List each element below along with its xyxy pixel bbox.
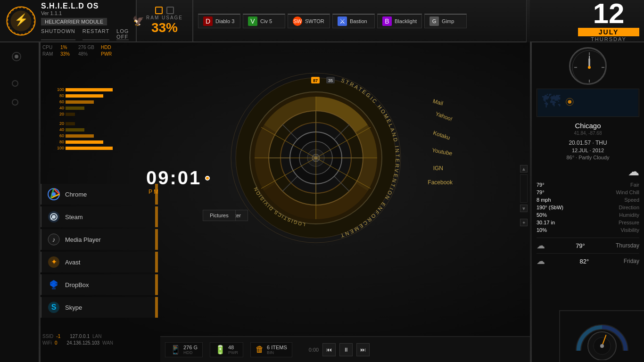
scroll-up-btn[interactable]: ▲ [520, 165, 528, 173]
skype-icon: S [47, 301, 60, 314]
svg-text:S: S [51, 303, 57, 311]
svg-text:35: 35 [328, 78, 333, 83]
chrome-name: Chrome [65, 191, 87, 198]
link-facebook[interactable]: Facebook [428, 179, 453, 186]
left-dot-3 [12, 99, 18, 106]
shield-title: S.H.I.E.L.D OS [41, 2, 129, 10]
hdd-pct: 48% [78, 51, 97, 57]
gimp-label: Gimp [442, 18, 454, 24]
hdd-type: HDD [101, 45, 111, 50]
wind-chill: 79° [537, 189, 545, 195]
trash-label: BIN [267, 350, 287, 355]
ram-label: RAM USAGE [146, 15, 183, 20]
taskbar-app-civ[interactable]: V Civ 5 [243, 14, 285, 28]
app-chrome[interactable]: Chrome [40, 184, 158, 205]
media-section: 0:00 ⏮ ⏸ ⏭ [309, 343, 370, 356]
wifi-value: 0 [55, 340, 58, 346]
bottom-bar: 📱 276 G HDD 🔋 48 PWR 🗑 6 ITEMS BIN 0:00 … [160, 336, 531, 362]
svg-rect-19 [52, 288, 56, 289]
btn-pictures[interactable]: Pictures [203, 210, 236, 221]
weather-date: 12.JUL · 2012 [537, 148, 639, 153]
steam-icon [47, 210, 60, 223]
wind-speed-label: Speed [624, 197, 639, 203]
steam-bar [155, 206, 158, 227]
network-ssid: SSID -1 [42, 334, 60, 339]
media-play-button[interactable]: ⏸ [339, 343, 353, 356]
weather-forecast: ☁ 79° Thursday ☁ 82° Friday [537, 238, 639, 269]
scroll-down-btn[interactable]: ▼ [520, 205, 528, 212]
ssid-value: -1 [56, 334, 60, 339]
diablo-label: Diablo 3 [215, 18, 234, 24]
humidity: 50% [537, 212, 547, 218]
clock-dot [205, 176, 210, 181]
gauge-60-1: 60 [51, 99, 64, 104]
taskbar-app-blacklight[interactable]: B Blacklight [377, 14, 422, 28]
friday-temp: 82° [579, 258, 589, 265]
gauge-bar-40-1 [66, 107, 84, 110]
restart-button[interactable]: RESTART [83, 28, 109, 40]
gauge-chart-left: 100 80 60 40 20 20 40 60 80 100 [51, 87, 113, 150]
shield-logo: ⚡ [6, 6, 36, 36]
weather-coords: 41.84, -87.68 [537, 131, 639, 136]
taskbar-app-diablo[interactable]: D Diablo 3 [198, 14, 240, 28]
media-next-button[interactable]: ⏭ [356, 343, 370, 356]
local-ip: 127.0.0.1 [70, 334, 90, 339]
weather-wind-dir-row: 190° (SbW) Direction [537, 205, 639, 210]
lan-label: LAN [92, 334, 101, 339]
bastion-label: Bastion [350, 18, 367, 24]
svg-text:🗺: 🗺 [542, 91, 561, 111]
blacklight-label: Blacklight [395, 18, 417, 24]
weather-map: 🗺 [537, 89, 639, 117]
app-skype[interactable]: S Skype [40, 297, 158, 318]
storage-info: 276 G HDD [183, 345, 198, 355]
gauge-bar-40-2 [66, 128, 84, 132]
wind-dir: 190° (SbW) [537, 205, 563, 210]
shutdown-button[interactable]: SHUTDOWN [41, 28, 75, 40]
thursday-day: Thursday [616, 242, 639, 249]
battery-label: PWR [228, 350, 238, 355]
logoff-button[interactable]: LOG OFF [116, 28, 129, 40]
taskbar-apps: D Diablo 3 V Civ 5 SW SWTOR ⚔ Bastion B … [193, 0, 578, 41]
gauge-bar-100-1 [66, 88, 113, 91]
dial-gauge [569, 313, 635, 360]
pwr-type: PWR [101, 51, 112, 57]
gauge-bar-60-2 [66, 134, 94, 138]
avast-icon: ✦ [47, 255, 60, 269]
weather-clock: 20.01.57 · THU [537, 140, 639, 146]
compass-icon: ✦ [520, 219, 528, 226]
blacklight-icon: B [382, 16, 392, 26]
gauge-bar-20-2 [66, 122, 75, 125]
app-avast[interactable]: ✦ Avast [40, 252, 158, 272]
clock-ampm: PM [149, 189, 160, 195]
gauge-80-1: 80 [51, 93, 64, 98]
storage-icon: 📱 [170, 345, 181, 355]
diablo-icon: D [203, 16, 213, 26]
clock-display: 09:01 [146, 167, 201, 189]
app-list: Chrome Steam ♪ Media Player [40, 184, 158, 320]
left-frame-bar [39, 42, 41, 362]
top-right-notch [526, 0, 530, 42]
network-wan-ip: 24.136.125.103 WAN [67, 340, 113, 346]
gauge-bar-100-2 [66, 147, 113, 150]
taskbar-app-swtor[interactable]: SW SWTOR [288, 14, 330, 28]
weather-visibility-row: 10% Visibility [537, 227, 639, 233]
storage-val: 276 G [183, 345, 198, 350]
date-month: JULY [578, 28, 639, 36]
svg-text:⚡: ⚡ [14, 13, 28, 26]
app-steam[interactable]: Steam [40, 206, 158, 227]
battery-icon: 🔋 [215, 345, 225, 355]
app-dropbox[interactable]: DropBox [40, 274, 158, 295]
forecast-friday: ☁ 82° Friday [537, 253, 639, 269]
link-ign[interactable]: IGN [433, 165, 443, 172]
taskbar-app-gimp[interactable]: G Gimp [424, 14, 467, 28]
taskbar-app-bastion[interactable]: ⚔ Bastion [332, 14, 375, 28]
app-media-player[interactable]: ♪ Media Player [40, 229, 158, 250]
dropbox-bar [155, 274, 158, 295]
date-dow: THURSDAY [591, 36, 627, 42]
visibility: 10% [537, 227, 547, 233]
media-prev-button[interactable]: ⏮ [322, 343, 336, 356]
avast-name: Avast [65, 259, 80, 266]
gauge-bar-60-1 [66, 100, 94, 104]
gauge-20-2: 20 [51, 121, 64, 126]
wan-label: WAN [102, 340, 113, 346]
